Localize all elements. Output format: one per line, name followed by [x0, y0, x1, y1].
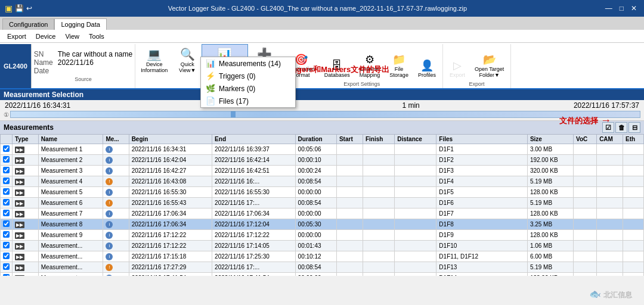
- row-name[interactable]: Measurement 9: [38, 230, 103, 241]
- row-check[interactable]: [1, 273, 13, 276]
- device-information-button[interactable]: 💻 DeviceInformation: [135, 44, 173, 88]
- gl2400-button[interactable]: GL2400: [0, 44, 31, 88]
- dropdown-triggers[interactable]: ⚡ Triggers (0): [201, 70, 295, 82]
- row-files: D1F13: [436, 262, 528, 273]
- row-size: 6.00 MB: [527, 251, 573, 262]
- row-name[interactable]: Measurement 3: [38, 166, 103, 176]
- row-name[interactable]: Measurement 1: [38, 144, 103, 155]
- table-row[interactable]: ▶▶ Measurement 4 ! 2022/11/16 16:43:08 2…: [1, 176, 644, 187]
- row-end: 2022/11/16 16:39:37: [212, 144, 295, 155]
- open-target-folder-button[interactable]: 📂 Open TargetFolder▼: [470, 51, 508, 80]
- quick-access-save[interactable]: 💾: [15, 4, 24, 13]
- type-icon: ▶▶: [15, 200, 24, 207]
- row-check[interactable]: [1, 262, 13, 273]
- table-row[interactable]: ▶▶ Measurement... i 2022/11/16 17:15:18 …: [1, 251, 644, 262]
- table-row[interactable]: ▶▶ Measurement... ! 2022/11/16 17:27:29 …: [1, 262, 644, 273]
- tab-logging-data[interactable]: Logging Data: [54, 18, 106, 30]
- row-check[interactable]: [1, 187, 13, 198]
- row-cam: [597, 176, 623, 187]
- table-row[interactable]: ▶▶ Measurement... i 2022/11/16 17:12:22 …: [1, 241, 644, 251]
- timeline-bar-row[interactable]: ①: [4, 110, 640, 119]
- row-name[interactable]: Measurement...: [38, 251, 103, 262]
- row-duration: 00:01:43: [295, 241, 336, 251]
- measurements-table: Type Name Me... Begin End Duration Start…: [0, 134, 644, 276]
- row-name[interactable]: Measurement...: [38, 262, 103, 273]
- measurements-icon-btn-2[interactable]: 🗑: [615, 122, 627, 133]
- row-type: ▶▶: [13, 241, 39, 251]
- row-check[interactable]: [1, 208, 13, 219]
- row-eth: [623, 198, 644, 208]
- timeline-bar[interactable]: [10, 111, 640, 118]
- row-name[interactable]: Measurement 4: [38, 176, 103, 187]
- open-target-label: Open TargetFolder▼: [475, 66, 504, 78]
- measurements-icon-btn-3[interactable]: ⊟: [628, 122, 640, 133]
- row-me: i: [103, 208, 129, 219]
- row-end: 2022/11/16 16:...: [212, 176, 295, 187]
- table-row[interactable]: ▶▶ Measurement 5 i 2022/11/16 16:55:30 2…: [1, 187, 644, 198]
- export-label: Export: [450, 72, 465, 78]
- table-row[interactable]: ▶▶ Measurement 3 i 2022/11/16 16:42:27 2…: [1, 166, 644, 176]
- table-row[interactable]: ▶▶ Measurement 1 i 2022/11/16 16:34:31 2…: [1, 144, 644, 155]
- row-start: [336, 155, 363, 166]
- export-button[interactable]: ▷ Export: [445, 57, 469, 80]
- quick-access-undo[interactable]: ↩: [26, 4, 32, 13]
- table-row[interactable]: ▶▶ Measurement 6 ! 2022/11/16 16:55:43 2…: [1, 198, 644, 208]
- row-name[interactable]: Measurement...: [38, 273, 103, 276]
- restore-icon[interactable]: □: [617, 4, 626, 13]
- info-badge: i: [106, 210, 113, 217]
- menu-device[interactable]: Device: [31, 32, 61, 41]
- menu-view[interactable]: View: [60, 32, 84, 41]
- row-check[interactable]: [1, 251, 13, 262]
- row-type: ▶▶: [13, 176, 39, 187]
- minimize-icon[interactable]: —: [603, 4, 615, 13]
- table-row[interactable]: ▶▶ Measurement... i 2022/11/16 17:41:54 …: [1, 273, 644, 276]
- row-files: D1F10: [436, 241, 528, 251]
- row-check[interactable]: [1, 144, 13, 155]
- row-size: 1.06 MB: [527, 241, 573, 251]
- window-controls: — □ ✕: [603, 4, 639, 13]
- row-finish: [363, 155, 394, 166]
- table-row[interactable]: ▶▶ Measurement 7 i 2022/11/16 17:06:34 2…: [1, 208, 644, 219]
- menu-tools[interactable]: Tools: [84, 32, 109, 41]
- dropdown-measurements[interactable]: 📊 Measurements (14): [201, 57, 295, 70]
- row-name[interactable]: Measurement...: [38, 241, 103, 251]
- row-finish: [363, 241, 394, 251]
- row-check[interactable]: [1, 198, 13, 208]
- row-check[interactable]: [1, 176, 13, 187]
- warn-badge: !: [106, 200, 113, 207]
- row-size: 128.00 KB: [527, 208, 573, 219]
- row-finish: [363, 166, 394, 176]
- table-row[interactable]: ▶▶ Measurement 8 i 2022/11/16 17:06:34 2…: [1, 219, 644, 230]
- file-storage-button[interactable]: 📁 FileStorage: [385, 51, 413, 80]
- row-check[interactable]: [1, 230, 13, 241]
- profiles-button[interactable]: 👤 Profiles: [414, 57, 440, 80]
- tab-configuration[interactable]: Configuration: [2, 18, 54, 30]
- info-badge: i: [106, 167, 113, 175]
- row-check[interactable]: [1, 241, 13, 251]
- row-check[interactable]: [1, 166, 13, 176]
- dropdown-measurements-icon: 📊: [206, 59, 215, 68]
- row-start: [336, 176, 363, 187]
- dropdown-markers[interactable]: 🌿 Markers (0): [201, 82, 295, 95]
- close-icon[interactable]: ✕: [628, 4, 639, 13]
- col-files: Files: [436, 135, 528, 144]
- row-files: D1F1: [436, 144, 528, 155]
- name-value: The car without a name: [58, 50, 132, 58]
- table-row[interactable]: ▶▶ Measurement 2 i 2022/11/16 16:42:04 2…: [1, 155, 644, 166]
- row-name[interactable]: Measurement 8: [38, 219, 103, 230]
- row-check[interactable]: [1, 155, 13, 166]
- table-row[interactable]: ▶▶ Measurement 9 i 2022/11/16 17:12:22 2…: [1, 230, 644, 241]
- quick-view-button[interactable]: 🔍 QuickView▼: [173, 44, 202, 88]
- menu-export[interactable]: Export: [2, 32, 31, 41]
- row-check[interactable]: [1, 219, 13, 230]
- timeline-mid-label: 1 min: [402, 101, 419, 110]
- timeline-title: Measurement Selection: [4, 91, 83, 99]
- col-type: Type: [13, 135, 39, 144]
- info-badge: i: [106, 189, 113, 196]
- row-name[interactable]: Measurement 7: [38, 208, 103, 219]
- row-name[interactable]: Measurement 5: [38, 187, 103, 198]
- row-name[interactable]: Measurement 2: [38, 155, 103, 166]
- row-name[interactable]: Measurement 6: [38, 198, 103, 208]
- dropdown-files[interactable]: 📄 Files (17): [201, 95, 295, 107]
- sn-label: SN: [34, 50, 53, 58]
